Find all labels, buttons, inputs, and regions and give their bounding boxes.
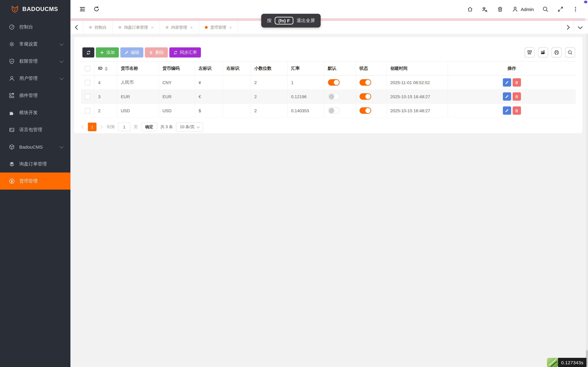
- tab-content-management[interactable]: 内容管理×: [160, 21, 199, 34]
- sidebar: BADOUCMS 控制台常规设置权限管理用户管理插件管理模块开发A语言包管理Ba…: [0, 0, 70, 367]
- tabs-scroll-left-button[interactable]: [70, 21, 83, 34]
- user-menu[interactable]: Admin: [512, 6, 534, 13]
- select-all-checkbox[interactable]: [85, 66, 90, 71]
- prev-page-button[interactable]: [81, 126, 85, 128]
- default-toggle[interactable]: [328, 107, 339, 114]
- column-header-actions: 操作: [448, 61, 576, 75]
- close-icon[interactable]: ×: [190, 25, 193, 30]
- print-button[interactable]: [552, 47, 562, 58]
- admin-name: Admin: [521, 7, 534, 12]
- sidebar-item-permission-management[interactable]: 权限管理: [0, 53, 70, 70]
- export-button[interactable]: [538, 47, 548, 58]
- cell-id: 4: [94, 75, 117, 90]
- row-delete-button[interactable]: [513, 106, 521, 115]
- shield-icon: [9, 58, 15, 64]
- column-header-name: 货币名称: [117, 61, 159, 75]
- column-header-code: 货币编码: [159, 61, 195, 75]
- brand-name: BADOUCMS: [22, 6, 58, 13]
- table-row: 3EUREUR€20.121962025-10-15 16:48:27: [81, 90, 576, 104]
- cell-checkbox: [81, 104, 94, 117]
- tabs-menu-button[interactable]: [574, 21, 586, 34]
- add-button[interactable]: 添加: [96, 47, 119, 58]
- notification-dot: [584, 1, 587, 3]
- column-header-checkbox: [81, 61, 94, 75]
- chevron-right-icon: [565, 25, 570, 30]
- row-checkbox[interactable]: [85, 94, 90, 99]
- edit-button[interactable]: 编辑: [120, 47, 143, 58]
- confirm-page-button[interactable]: 确定: [141, 123, 157, 131]
- close-icon[interactable]: ×: [151, 25, 154, 30]
- row-checkbox[interactable]: [85, 108, 90, 113]
- tab-inquiry-order-management[interactable]: 询盘订单管理×: [113, 21, 160, 34]
- more-kebab-icon[interactable]: [572, 6, 579, 13]
- row-edit-button[interactable]: [503, 78, 511, 87]
- translate-icon[interactable]: 文 A: [482, 6, 489, 13]
- delete-button[interactable]: 删除: [145, 47, 168, 58]
- sidebar-item-inquiry-order-management[interactable]: 询盘订单管理: [0, 155, 70, 173]
- trace-toggle-icon[interactable]: [547, 358, 558, 367]
- sidebar-item-language-pack-management[interactable]: A语言包管理: [0, 121, 70, 138]
- tab-label: 货币管理: [210, 25, 226, 30]
- column-search-button[interactable]: [565, 47, 575, 58]
- page-size-value: 10 条/页: [180, 124, 194, 130]
- sync-rates-button[interactable]: 同步汇率: [169, 47, 201, 58]
- sidebar-item-module-development[interactable]: 模块开发: [0, 104, 70, 121]
- table-row: 2USDUSD$20.1403532025-10-15 16:48:27: [81, 104, 576, 117]
- clear-cache-trash-icon[interactable]: [497, 6, 504, 13]
- sidebar-item-general-settings[interactable]: 常规设置: [0, 35, 70, 53]
- tab-status-dot: [89, 26, 92, 29]
- tab-label: 控制台: [95, 25, 107, 30]
- sidebar-item-plugin-management[interactable]: 插件管理: [0, 87, 70, 104]
- page-number-input[interactable]: 1: [118, 123, 130, 131]
- default-toggle[interactable]: [328, 79, 339, 86]
- table-toolbar: 添加 编辑 删除: [74, 37, 582, 58]
- close-icon[interactable]: ×: [229, 25, 232, 30]
- cell-name: EUR: [117, 90, 159, 104]
- row-edit-button[interactable]: [503, 106, 511, 115]
- tabs-scroll-right-button[interactable]: [561, 21, 574, 34]
- topbar-left: [79, 6, 100, 13]
- chevron-down-icon: [197, 125, 200, 128]
- trash-icon: [515, 108, 519, 113]
- brand[interactable]: BADOUCMS: [0, 0, 70, 18]
- cell-decimals: 2: [251, 75, 287, 90]
- column-header-status: 状态: [355, 61, 387, 75]
- page-size-select[interactable]: 10 条/页: [176, 122, 203, 132]
- tab-currency-management[interactable]: 货币管理×: [199, 21, 238, 34]
- cell-rate: 0.12196: [287, 90, 324, 104]
- cell-decimals: 2: [251, 104, 287, 117]
- fullscreen-icon[interactable]: [557, 6, 564, 13]
- sidebar-item-currency-management[interactable]: 货币管理: [0, 173, 70, 190]
- topbar: 文 A Admin: [70, 0, 588, 18]
- chevron-down-icon: [60, 144, 63, 148]
- sidebar-item-user-management[interactable]: 用户管理: [0, 70, 70, 87]
- status-toggle[interactable]: [359, 107, 371, 114]
- sort-control[interactable]: [104, 67, 108, 71]
- default-toggle[interactable]: [328, 93, 339, 100]
- refresh-icon[interactable]: [93, 6, 100, 13]
- home-icon[interactable]: [467, 6, 474, 13]
- currency-icon: [9, 178, 15, 184]
- collapse-sidebar-icon[interactable]: [79, 6, 86, 13]
- row-delete-button[interactable]: [513, 92, 521, 101]
- row-delete-button[interactable]: [513, 78, 521, 87]
- page-1-button[interactable]: 1: [88, 123, 96, 131]
- table-refresh-button[interactable]: [82, 47, 94, 58]
- search-icon[interactable]: [542, 6, 549, 13]
- cell-code: USD: [159, 104, 195, 117]
- toggle-columns-button[interactable]: [525, 47, 535, 58]
- tab-dashboard[interactable]: 控制台: [83, 21, 113, 34]
- tab-status-dot: [205, 26, 208, 29]
- sidebar-item-label: 常规设置: [19, 41, 38, 47]
- sidebar-item-label: 语言包管理: [19, 127, 42, 133]
- row-checkbox[interactable]: [85, 80, 90, 85]
- column-header-rate: 汇率: [287, 61, 324, 75]
- page-scrollbar[interactable]: [586, 34, 588, 367]
- row-edit-button[interactable]: [503, 92, 511, 101]
- status-toggle[interactable]: [359, 79, 371, 86]
- sidebar-item-badoucms[interactable]: BadouCMS: [0, 138, 70, 155]
- sidebar-item-dashboard[interactable]: 控制台: [0, 18, 70, 35]
- cell-actions: [448, 75, 576, 90]
- next-page-button[interactable]: [100, 126, 104, 128]
- status-toggle[interactable]: [359, 93, 371, 100]
